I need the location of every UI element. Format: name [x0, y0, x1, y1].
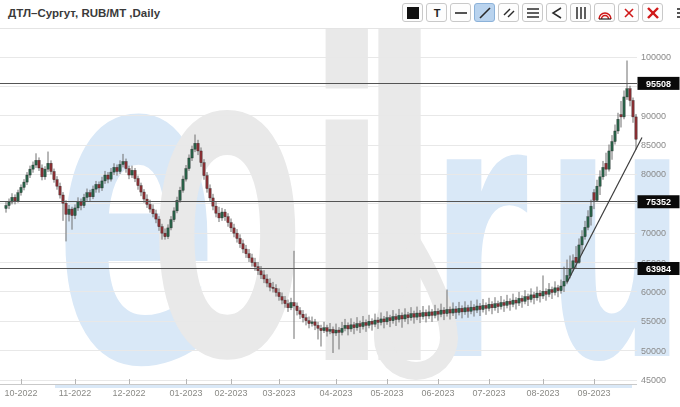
month-tick-label: 04-2023	[319, 388, 352, 398]
price-tick-label: 50000	[641, 346, 666, 356]
bull-candle	[563, 281, 565, 286]
bear-candle	[245, 249, 247, 254]
bear-candle	[527, 297, 529, 300]
bull-candle	[590, 206, 592, 217]
bear-candle	[206, 176, 208, 189]
bear-candle	[299, 311, 301, 315]
month-tick-label: 05-2023	[370, 388, 403, 398]
text-tool-button[interactable]: T	[426, 3, 447, 22]
bull-candle	[356, 324, 358, 328]
bull-candle	[470, 307, 472, 311]
bull-candle	[476, 306, 478, 310]
diagonal2-icon	[502, 6, 516, 20]
trend-line-tool-button[interactable]	[474, 3, 495, 22]
bull-candle	[500, 302, 502, 306]
bear-candle	[320, 328, 322, 330]
trading-app-window: eOilru ДТЛ–Сургут, RUB/МТ ,Daily T 10000…	[0, 0, 680, 407]
bear-candle	[209, 189, 211, 198]
bull-candle	[92, 189, 94, 197]
fib-arcs-tool-button[interactable]	[594, 3, 615, 22]
bull-candle	[524, 297, 526, 302]
bear-candle	[593, 193, 595, 201]
price-tick-label: 80000	[641, 169, 666, 179]
vertical-lines-tool-button[interactable]	[570, 3, 591, 22]
angle-tool-button[interactable]	[546, 3, 567, 22]
bear-candle	[383, 319, 385, 322]
svg-text:T: T	[433, 7, 440, 19]
hline-icon	[454, 6, 468, 20]
bull-candle	[194, 143, 196, 149]
bear-candle	[479, 306, 481, 310]
bull-candle	[506, 301, 508, 305]
delete-all-tool-button[interactable]	[642, 3, 663, 22]
candlestick-chart[interactable]: 1000009500090000850008000075000700006500…	[0, 28, 680, 407]
bear-candle	[107, 175, 109, 179]
horizontal-line-tool-button[interactable]	[450, 3, 471, 22]
hamburger-icon	[676, 5, 680, 21]
bear-candle	[635, 117, 637, 139]
bear-candle	[365, 322, 367, 325]
text-icon: T	[430, 6, 444, 20]
delete-drawing-tool-button[interactable]	[618, 3, 639, 22]
swatch-icon	[406, 6, 420, 20]
bull-candle	[611, 142, 613, 151]
bear-candle	[275, 288, 277, 292]
bull-candle	[440, 310, 442, 314]
bear-candle	[200, 151, 202, 163]
bull-candle	[584, 227, 586, 236]
bear-candle	[203, 163, 205, 176]
bull-candle	[368, 321, 370, 325]
bear-candle	[227, 217, 229, 223]
bear-candle	[143, 192, 145, 199]
hlines3-icon	[526, 6, 540, 20]
bear-candle	[50, 163, 52, 171]
bear-candle	[56, 180, 58, 186]
bear-candle	[467, 308, 469, 312]
month-tick-label: 12-2022	[112, 388, 145, 398]
bull-candle	[530, 295, 532, 300]
parallel-lines-tool-button[interactable]	[498, 3, 519, 22]
bear-candle	[359, 324, 361, 327]
bear-candle	[473, 307, 475, 310]
cross-bold-icon	[646, 6, 660, 20]
bull-candle	[113, 167, 115, 172]
bear-candle	[266, 279, 268, 283]
bear-candle	[152, 209, 154, 214]
bear-candle	[287, 304, 289, 308]
month-tick-label: 10-2022	[4, 388, 37, 398]
drawing-toolbar: T	[402, 3, 680, 22]
color-swatch-tool-button[interactable]	[402, 3, 423, 22]
bear-candle	[332, 329, 334, 333]
bull-candle	[44, 169, 46, 177]
bear-candle	[545, 291, 547, 294]
bear-candle	[128, 169, 130, 175]
bull-candle	[452, 309, 454, 313]
bear-candle	[197, 143, 199, 151]
bear-candle	[521, 298, 523, 301]
bull-candle	[191, 149, 193, 158]
bear-candle	[317, 325, 319, 328]
bear-candle	[254, 263, 256, 267]
bear-candle	[158, 219, 160, 227]
bear-candle	[41, 168, 43, 177]
bear-candle	[425, 312, 427, 316]
fib-levels-tool-button[interactable]	[522, 3, 543, 22]
bear-candle	[551, 290, 553, 293]
bear-candle	[371, 321, 373, 324]
bear-candle	[269, 283, 271, 287]
cross-icon	[622, 6, 636, 20]
time-axis[interactable]: 10-202211-202212-202201-202302-202303-20…	[0, 379, 637, 398]
bull-candle	[131, 170, 133, 175]
trend-line[interactable]	[567, 137, 642, 282]
bull-candle	[341, 328, 343, 332]
price-axis[interactable]: 1000009500090000850008000075000700006500…	[641, 52, 671, 385]
chart-menu-button[interactable]	[675, 3, 680, 22]
bear-candle	[629, 89, 631, 101]
bull-candle	[122, 162, 124, 165]
bull-candle	[17, 193, 19, 201]
bull-candle	[536, 293, 538, 298]
bull-candle	[374, 320, 376, 324]
bear-candle	[557, 288, 559, 291]
bear-candle	[89, 193, 91, 197]
bear-candle	[419, 313, 421, 317]
